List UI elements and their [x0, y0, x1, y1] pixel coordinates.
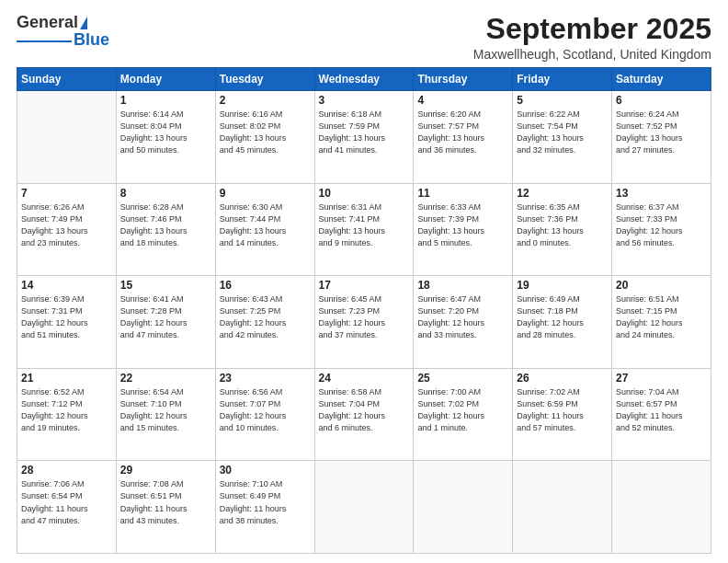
table-row: 9Sunrise: 6:30 AM Sunset: 7:44 PM Daylig…	[215, 183, 314, 276]
day-info: Sunrise: 6:45 AM Sunset: 7:23 PM Dayligh…	[319, 293, 410, 341]
day-number: 5	[517, 94, 608, 107]
day-info: Sunrise: 6:35 AM Sunset: 7:36 PM Dayligh…	[517, 201, 608, 249]
day-number: 13	[616, 187, 707, 200]
table-row: 27Sunrise: 7:04 AM Sunset: 6:57 PM Dayli…	[612, 368, 711, 461]
table-row: 6Sunrise: 6:24 AM Sunset: 7:52 PM Daylig…	[612, 91, 711, 184]
table-row: 21Sunrise: 6:52 AM Sunset: 7:12 PM Dayli…	[17, 368, 117, 461]
logo: General Blue	[17, 13, 109, 50]
day-number: 25	[417, 372, 508, 385]
day-info: Sunrise: 7:04 AM Sunset: 6:57 PM Dayligh…	[616, 386, 707, 434]
day-info: Sunrise: 6:37 AM Sunset: 7:33 PM Dayligh…	[616, 201, 707, 249]
col-sunday: Sunday	[17, 68, 117, 91]
table-row: 15Sunrise: 6:41 AM Sunset: 7:28 PM Dayli…	[116, 276, 215, 369]
col-monday: Monday	[116, 68, 215, 91]
logo-line	[17, 40, 72, 42]
day-info: Sunrise: 6:28 AM Sunset: 7:46 PM Dayligh…	[120, 201, 211, 249]
day-number: 2	[220, 94, 311, 107]
day-number: 18	[417, 279, 508, 292]
title-block: September 2025 Maxwellheugh, Scotland, U…	[473, 13, 711, 62]
calendar-week-row: 7Sunrise: 6:26 AM Sunset: 7:49 PM Daylig…	[17, 183, 711, 276]
calendar-week-row: 21Sunrise: 6:52 AM Sunset: 7:12 PM Dayli…	[17, 368, 711, 461]
col-tuesday: Tuesday	[215, 68, 314, 91]
table-row: 2Sunrise: 6:16 AM Sunset: 8:02 PM Daylig…	[215, 91, 314, 184]
logo-general-text: General	[17, 13, 78, 32]
day-info: Sunrise: 6:52 AM Sunset: 7:12 PM Dayligh…	[21, 386, 112, 434]
col-thursday: Thursday	[414, 68, 513, 91]
table-row: 22Sunrise: 6:54 AM Sunset: 7:10 PM Dayli…	[116, 368, 215, 461]
day-info: Sunrise: 7:10 AM Sunset: 6:49 PM Dayligh…	[220, 478, 311, 526]
day-number: 4	[417, 94, 508, 107]
day-info: Sunrise: 6:47 AM Sunset: 7:20 PM Dayligh…	[417, 293, 508, 341]
table-row: 29Sunrise: 7:08 AM Sunset: 6:51 PM Dayli…	[116, 461, 215, 554]
table-row: 10Sunrise: 6:31 AM Sunset: 7:41 PM Dayli…	[314, 183, 414, 276]
day-number: 14	[21, 279, 112, 292]
day-number: 21	[21, 372, 112, 385]
day-number: 24	[319, 372, 410, 385]
day-number: 29	[120, 464, 211, 477]
day-info: Sunrise: 6:39 AM Sunset: 7:31 PM Dayligh…	[21, 293, 112, 341]
table-row	[513, 461, 612, 554]
day-info: Sunrise: 7:00 AM Sunset: 7:02 PM Dayligh…	[417, 386, 508, 434]
day-info: Sunrise: 6:33 AM Sunset: 7:39 PM Dayligh…	[417, 201, 508, 249]
day-number: 20	[616, 279, 707, 292]
table-row: 16Sunrise: 6:43 AM Sunset: 7:25 PM Dayli…	[215, 276, 314, 369]
day-number: 17	[319, 279, 410, 292]
day-number: 22	[120, 372, 211, 385]
table-row: 23Sunrise: 6:56 AM Sunset: 7:07 PM Dayli…	[215, 368, 314, 461]
table-row: 18Sunrise: 6:47 AM Sunset: 7:20 PM Dayli…	[414, 276, 513, 369]
day-info: Sunrise: 6:22 AM Sunset: 7:54 PM Dayligh…	[517, 109, 608, 156]
table-row	[612, 461, 711, 554]
table-row: 30Sunrise: 7:10 AM Sunset: 6:49 PM Dayli…	[215, 461, 314, 554]
table-row: 25Sunrise: 7:00 AM Sunset: 7:02 PM Dayli…	[414, 368, 513, 461]
day-number: 30	[220, 464, 311, 477]
day-info: Sunrise: 6:49 AM Sunset: 7:18 PM Dayligh…	[517, 293, 608, 341]
day-number: 16	[220, 279, 311, 292]
table-row: 28Sunrise: 7:06 AM Sunset: 6:54 PM Dayli…	[17, 461, 117, 554]
day-info: Sunrise: 6:18 AM Sunset: 7:59 PM Dayligh…	[319, 109, 410, 156]
table-row: 13Sunrise: 6:37 AM Sunset: 7:33 PM Dayli…	[612, 183, 711, 276]
day-info: Sunrise: 6:26 AM Sunset: 7:49 PM Dayligh…	[21, 201, 112, 249]
table-row: 24Sunrise: 6:58 AM Sunset: 7:04 PM Dayli…	[314, 368, 414, 461]
table-row: 3Sunrise: 6:18 AM Sunset: 7:59 PM Daylig…	[314, 91, 414, 184]
day-info: Sunrise: 6:20 AM Sunset: 7:57 PM Dayligh…	[417, 109, 508, 156]
calendar-table: Sunday Monday Tuesday Wednesday Thursday…	[17, 67, 711, 554]
table-row: 7Sunrise: 6:26 AM Sunset: 7:49 PM Daylig…	[17, 183, 117, 276]
calendar-week-row: 14Sunrise: 6:39 AM Sunset: 7:31 PM Dayli…	[17, 276, 711, 369]
table-row: 17Sunrise: 6:45 AM Sunset: 7:23 PM Dayli…	[314, 276, 414, 369]
logo-blue-text: Blue	[74, 30, 109, 50]
calendar-week-row: 1Sunrise: 6:14 AM Sunset: 8:04 PM Daylig…	[17, 91, 711, 184]
calendar-header-row: Sunday Monday Tuesday Wednesday Thursday…	[17, 68, 711, 91]
logo-icon	[80, 17, 87, 29]
col-friday: Friday	[513, 68, 612, 91]
day-number: 11	[417, 187, 508, 200]
day-number: 19	[517, 279, 608, 292]
table-row	[17, 91, 117, 184]
table-row: 20Sunrise: 6:51 AM Sunset: 7:15 PM Dayli…	[612, 276, 711, 369]
table-row: 11Sunrise: 6:33 AM Sunset: 7:39 PM Dayli…	[414, 183, 513, 276]
day-number: 15	[120, 279, 211, 292]
table-row: 14Sunrise: 6:39 AM Sunset: 7:31 PM Dayli…	[17, 276, 117, 369]
day-number: 26	[517, 372, 608, 385]
table-row: 4Sunrise: 6:20 AM Sunset: 7:57 PM Daylig…	[414, 91, 513, 184]
day-number: 28	[21, 464, 112, 477]
page-location: Maxwellheugh, Scotland, United Kingdom	[473, 47, 711, 62]
day-info: Sunrise: 6:16 AM Sunset: 8:02 PM Dayligh…	[220, 109, 311, 156]
day-number: 27	[616, 372, 707, 385]
table-row: 26Sunrise: 7:02 AM Sunset: 6:59 PM Dayli…	[513, 368, 612, 461]
day-info: Sunrise: 6:43 AM Sunset: 7:25 PM Dayligh…	[220, 293, 311, 341]
day-number: 23	[220, 372, 311, 385]
day-number: 10	[319, 187, 410, 200]
table-row: 1Sunrise: 6:14 AM Sunset: 8:04 PM Daylig…	[116, 91, 215, 184]
day-number: 7	[21, 187, 112, 200]
day-number: 3	[319, 94, 410, 107]
table-row: 19Sunrise: 6:49 AM Sunset: 7:18 PM Dayli…	[513, 276, 612, 369]
day-info: Sunrise: 7:06 AM Sunset: 6:54 PM Dayligh…	[21, 478, 112, 526]
day-info: Sunrise: 6:41 AM Sunset: 7:28 PM Dayligh…	[120, 293, 211, 341]
page: General Blue September 2025 Maxwellheugh…	[0, 0, 728, 563]
day-info: Sunrise: 6:56 AM Sunset: 7:07 PM Dayligh…	[220, 386, 311, 434]
col-saturday: Saturday	[612, 68, 711, 91]
day-number: 9	[220, 187, 311, 200]
day-number: 1	[120, 94, 211, 107]
calendar-week-row: 28Sunrise: 7:06 AM Sunset: 6:54 PM Dayli…	[17, 461, 711, 554]
day-number: 8	[120, 187, 211, 200]
